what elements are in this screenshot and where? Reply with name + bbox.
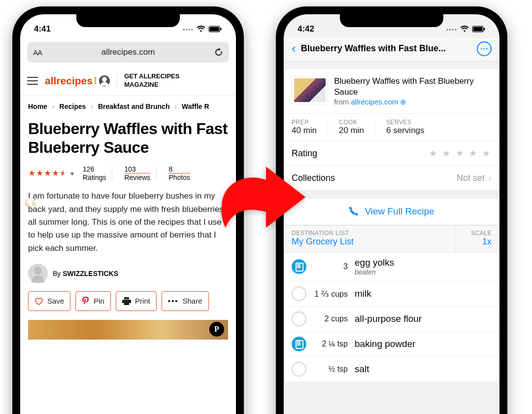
recipe-thumbnail[interactable]	[292, 76, 328, 104]
star-rating-empty[interactable]: ★ ★ ★ ★ ★	[429, 148, 492, 159]
reviews-link[interactable]: 103Reviews	[124, 165, 150, 182]
chevron-down-icon[interactable]: ▾	[70, 170, 74, 177]
svg-rect-4	[473, 27, 483, 32]
heart-icon	[34, 297, 43, 305]
action-bar: Save Pin Print ••• Share	[20, 290, 236, 317]
breadcrumb-item[interactable]: Breakfast and Brunch	[98, 103, 169, 110]
author-name[interactable]: SWIZZLESTICKS	[63, 270, 118, 277]
ingredient-checkbox[interactable]	[292, 259, 306, 274]
text-size-icon[interactable]: AA	[33, 48, 42, 57]
print-icon	[122, 297, 131, 305]
status-icons: ••••	[446, 26, 486, 33]
list-header: DESTINATION LIST My Grocery List SCALE 1…	[284, 225, 499, 252]
page-title: Blueberry Waffles with Fast Blueberry Sa…	[20, 117, 236, 163]
star-rating[interactable]: ★★★★★★	[28, 168, 67, 178]
back-icon[interactable]: ‹	[292, 41, 296, 56]
url-text[interactable]: allrecipes.com	[47, 47, 209, 57]
ingredient-quantity: ½ tsp	[313, 365, 348, 374]
breadcrumb: Home› Recipes› Breakfast and Brunch› Waf…	[20, 96, 236, 117]
battery-icon	[208, 26, 222, 33]
ingredient-quantity: 2 cups	[313, 314, 348, 323]
screen-app: 4:42 •••• ‹ Blueberry Waffles with Fast …	[284, 14, 499, 414]
recipe-title: Blueberry Waffles with Fast Blueberry Sa…	[334, 76, 492, 98]
ingredient-checkbox[interactable]	[292, 362, 306, 377]
wifi-icon	[197, 26, 205, 33]
status-icons: ••••	[183, 26, 222, 33]
wifi-icon	[460, 26, 469, 33]
photos-link[interactable]: 8Photos	[168, 165, 190, 182]
battery-icon	[472, 26, 486, 33]
ingredient-row[interactable]: 1 ⅔ cupsmilk	[284, 281, 499, 307]
ingredient-name: egg yolksbeaten	[355, 257, 394, 276]
svg-rect-5	[484, 28, 485, 31]
recipe-summary: Blueberry Waffles with Fast Blueberry Sa…	[284, 69, 499, 113]
status-time: 4:41	[34, 24, 51, 34]
share-button[interactable]: ••• Share	[162, 291, 209, 311]
app-header: ‹ Blueberry Waffles with Fast Blue... ⋯	[284, 38, 499, 62]
chevron-right-icon: ›	[489, 173, 492, 183]
ingredient-row[interactable]: 2 cupsall-purpose flour	[284, 307, 499, 332]
browser-url-bar[interactable]: AA allrecipes.com	[27, 42, 229, 63]
ingredient-name: all-purpose flour	[355, 313, 422, 324]
rating-row[interactable]: Rating ★ ★ ★ ★ ★	[284, 140, 499, 166]
breadcrumb-item[interactable]: Waffle R	[182, 103, 209, 110]
avatar[interactable]	[28, 264, 48, 283]
ingredient-name: milk	[355, 288, 371, 299]
recipe-hero-image: P	[28, 320, 228, 340]
transition-arrow-icon	[212, 163, 310, 246]
scale-picker[interactable]: SCALE 1x	[455, 226, 499, 252]
magazine-link[interactable]: GET ALLRECIPES MAGAZINE	[117, 72, 179, 89]
svg-rect-1	[210, 27, 219, 32]
recipe-stats: PREP40 min COOK20 min SERVES6 servings	[284, 113, 499, 140]
utensils-icon	[349, 206, 360, 216]
breadcrumb-item[interactable]: Recipes	[60, 103, 86, 110]
screen-browser: 4:41 •••• AA allrecipes.com allrecipes!	[20, 14, 236, 414]
author-row: By SWIZZLESTICKS	[20, 262, 236, 290]
site-header: allrecipes! GET ALLRECIPES MAGAZINE	[20, 67, 236, 96]
ingredient-name: baking powder	[355, 339, 416, 349]
brand-logo[interactable]: allrecipes!	[45, 74, 110, 87]
save-button[interactable]: Save	[28, 291, 70, 311]
recipe-source: from allrecipes.com ⊕	[334, 98, 492, 106]
ingredient-quantity: 1 ⅔ cups	[313, 289, 348, 299]
status-time: 4:42	[298, 24, 314, 34]
ingredient-quantity: 3	[313, 262, 348, 271]
nav-title: Blueberry Waffles with Fast Blue...	[301, 43, 472, 54]
collections-row[interactable]: Collections Not set›	[284, 166, 499, 190]
phone-notch	[340, 13, 443, 27]
more-menu-icon[interactable]: ⋯	[477, 41, 492, 56]
pin-button[interactable]: Pin	[75, 291, 111, 311]
recipe-description: “ I am fortunate to have four blueberry …	[20, 187, 236, 262]
recipe-meta: ★★★★★★ ▾ 126Ratings 103Reviews 8Photos	[20, 163, 236, 187]
phone-notch	[76, 13, 180, 27]
ingredient-list: 3egg yolksbeaten1 ⅔ cupsmilk2 cupsall-pu…	[284, 252, 499, 382]
view-full-recipe-button[interactable]: View Full Recipe	[284, 198, 499, 225]
ingredient-checkbox[interactable]	[292, 337, 306, 351]
ingredient-row[interactable]: 2 ¼ tspbaking powder	[284, 332, 499, 357]
pinterest-badge[interactable]: P	[209, 322, 224, 337]
source-link[interactable]: allrecipes.com	[351, 98, 398, 106]
more-icon: •••	[168, 297, 179, 305]
menu-icon[interactable]	[27, 74, 38, 87]
external-link-icon[interactable]: ⊕	[400, 98, 406, 106]
reload-icon[interactable]	[214, 48, 223, 57]
quote-icon: “	[23, 183, 38, 237]
ingredient-name: salt	[355, 364, 369, 375]
user-icon[interactable]	[99, 75, 110, 86]
phone-left: 4:41 •••• AA allrecipes.com allrecipes!	[12, 6, 244, 414]
ingredient-checkbox[interactable]	[292, 286, 306, 301]
ingredient-row[interactable]: 3egg yolksbeaten	[284, 252, 499, 281]
svg-rect-2	[220, 28, 222, 31]
print-button[interactable]: Print	[116, 291, 157, 311]
breadcrumb-item[interactable]: Home	[28, 103, 47, 110]
phone-right: 4:42 •••• ‹ Blueberry Waffles with Fast …	[276, 6, 507, 414]
ingredient-checkbox[interactable]	[292, 311, 306, 326]
ingredient-quantity: 2 ¼ tsp	[313, 340, 348, 348]
pinterest-icon	[82, 297, 90, 306]
ingredient-row[interactable]: ½ tspsalt	[284, 357, 499, 382]
